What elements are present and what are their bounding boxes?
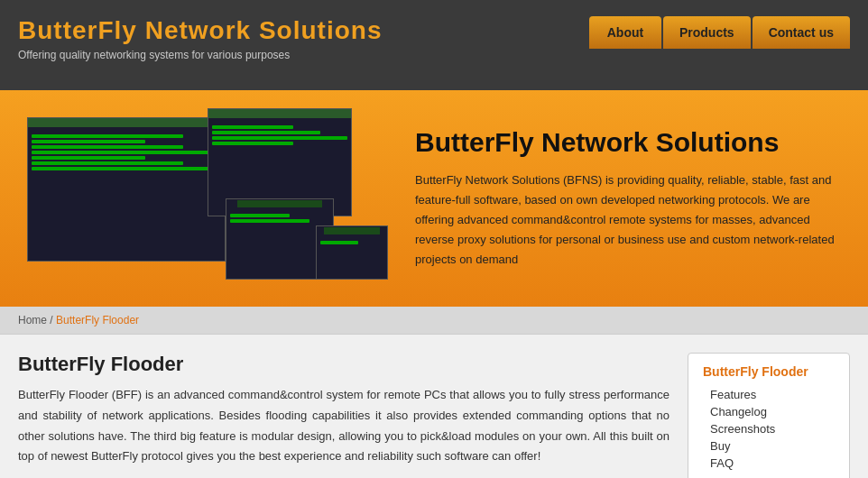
hero-text: ButterFly Network Solutions ButterFly Ne… bbox=[415, 127, 841, 270]
nav-buttons: About Products Contact us bbox=[589, 16, 850, 49]
sidebar-link-screenshots[interactable]: Screenshots bbox=[703, 420, 835, 437]
screenshot-4 bbox=[316, 225, 388, 280]
breadcrumb-current: ButterFly Flooder bbox=[56, 314, 139, 326]
site-header: ButterFly Network Solutions Offering qua… bbox=[0, 0, 868, 90]
main-content: ButterFly Flooder ButterFly Flooder (BFF… bbox=[0, 335, 868, 478]
hero-title: ButterFly Network Solutions bbox=[415, 127, 841, 158]
breadcrumb: Home / ButterFly Flooder bbox=[0, 307, 868, 335]
breadcrumb-home[interactable]: Home bbox=[18, 314, 47, 326]
sidebar-link-changelog[interactable]: Changelog bbox=[703, 403, 835, 420]
header-branding: ButterFly Network Solutions Offering qua… bbox=[18, 16, 382, 61]
content-left: ButterFly Flooder ButterFly Flooder (BFF… bbox=[18, 353, 669, 478]
page-title: ButterFly Flooder bbox=[18, 353, 669, 376]
sidebar-link-faq[interactable]: FAQ bbox=[703, 455, 835, 472]
hero-banner: ButterFly Network Solutions ButterFly Ne… bbox=[0, 90, 868, 307]
nav-products-button[interactable]: Products bbox=[663, 16, 751, 49]
hero-description: ButterFly Network Solutions (BFNS) is pr… bbox=[415, 170, 841, 270]
hero-image bbox=[27, 108, 388, 289]
hero-screenshots bbox=[27, 108, 370, 289]
nav-contact-button[interactable]: Contact us bbox=[753, 16, 850, 49]
site-subtitle: Offering quality networking systems for … bbox=[18, 49, 382, 61]
sidebar: ButterFly Flooder Features Changelog Scr… bbox=[688, 353, 850, 478]
nav-about-button[interactable]: About bbox=[589, 16, 661, 49]
page-body: ButterFly Flooder (BFF) is an advanced c… bbox=[18, 385, 669, 467]
sidebar-link-features[interactable]: Features bbox=[703, 386, 835, 403]
sidebar-title: ButterFly Flooder bbox=[703, 364, 835, 379]
sidebar-link-buy[interactable]: Buy bbox=[703, 437, 835, 455]
screenshot-1 bbox=[27, 117, 226, 262]
site-title: ButterFly Network Solutions bbox=[18, 16, 382, 45]
